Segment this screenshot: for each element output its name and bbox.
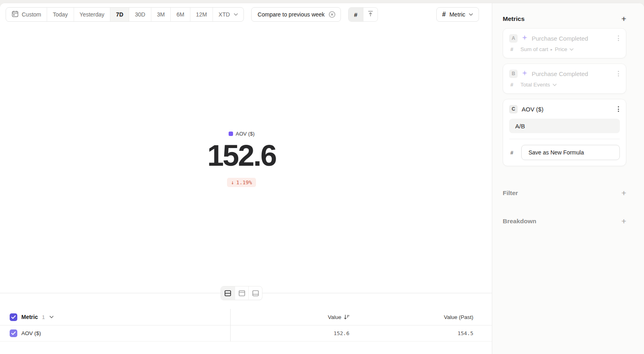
- range-12m[interactable]: 12M: [190, 8, 213, 21]
- change-percent: 1.19%: [236, 179, 252, 185]
- aggregation-selector[interactable]: Sum of cart ▸ Price: [520, 46, 574, 52]
- row-value: 152.6: [334, 330, 349, 336]
- range-6m[interactable]: 6M: [171, 8, 190, 21]
- breakdown-section-header: Breakdown +: [503, 217, 626, 225]
- hash-icon: #: [510, 82, 516, 88]
- compare-chip[interactable]: Compare to previous week: [251, 7, 341, 22]
- metric-letter-badge: A: [509, 34, 518, 43]
- formula-text: A/B: [515, 123, 525, 130]
- event-sparkle-icon: [522, 70, 528, 78]
- row-value-past: 154.5: [458, 330, 473, 336]
- hash-icon: #: [354, 11, 357, 18]
- big-number-value: 152.6: [0, 142, 483, 170]
- metrics-section-header: Metrics +: [503, 14, 626, 23]
- chart-legend: AOV ($): [229, 131, 255, 137]
- add-filter-button[interactable]: +: [621, 189, 626, 197]
- table-header-row: Metric 1 Value Value (Past): [0, 309, 492, 325]
- aggregation-selector[interactable]: Total Events: [520, 82, 557, 88]
- compare-chip-label: Compare to previous week: [258, 11, 325, 18]
- date-range-picker: Custom Today Yesterday 7D 30D 3M 6M 12M …: [6, 7, 244, 22]
- metric-card-title: Purchase Completed: [532, 70, 613, 77]
- value-past-column-header[interactable]: Value (Past): [444, 314, 473, 320]
- range-custom[interactable]: Custom: [6, 8, 47, 21]
- split-view-button[interactable]: [221, 286, 235, 300]
- calendar-icon: [12, 10, 19, 19]
- save-as-new-formula-button[interactable]: Save as New Formula: [521, 145, 620, 160]
- report-toolbar: Custom Today Yesterday 7D 30D 3M 6M 12M …: [6, 7, 479, 22]
- chevron-down-icon: [570, 48, 574, 51]
- metric-card-a[interactable]: A Purchase Completed # Sum of cart ▸ Pri…: [503, 28, 626, 58]
- remove-compare-icon[interactable]: [328, 11, 336, 18]
- app-window: Custom Today Yesterday 7D 30D 3M 6M 12M …: [0, 3, 644, 354]
- arrow-up-to-line-icon: [367, 10, 374, 19]
- row-metric-name: AOV ($): [21, 330, 41, 336]
- add-metric-button[interactable]: +: [621, 14, 626, 23]
- range-today[interactable]: Today: [47, 8, 74, 21]
- formula-card-title: AOV ($): [522, 106, 613, 113]
- metric-letter-badge: B: [509, 70, 518, 78]
- metric-card-title: Purchase Completed: [532, 35, 613, 42]
- table-column-divider: [230, 309, 231, 342]
- range-yesterday[interactable]: Yesterday: [74, 8, 111, 21]
- value-column-header[interactable]: Value: [328, 314, 341, 320]
- range-label: Custom: [22, 11, 41, 18]
- chevron-down-icon: [234, 13, 238, 16]
- formula-input[interactable]: A/B: [509, 119, 620, 133]
- breakdown-section-title: Breakdown: [503, 218, 537, 225]
- event-sparkle-icon: [522, 35, 528, 42]
- table-row[interactable]: AOV ($) 152.6 154.5: [0, 325, 492, 342]
- range-3m[interactable]: 3M: [151, 8, 171, 21]
- range-30d[interactable]: 30D: [129, 8, 151, 21]
- sort-descending-icon[interactable]: [344, 314, 349, 320]
- legend-swatch: [229, 132, 233, 136]
- metric-letter-badge: C: [509, 105, 518, 113]
- metric-dropdown-label: Metric: [450, 11, 465, 18]
- change-badge: ↓ 1.19%: [227, 178, 256, 187]
- card-menu-icon[interactable]: [617, 34, 620, 43]
- hash-icon: #: [442, 11, 446, 18]
- query-builder-sidebar: Metrics + A Purchase Completed # Sum of …: [492, 3, 644, 354]
- range-7d[interactable]: 7D: [110, 8, 129, 21]
- range-xtd[interactable]: XTD: [213, 8, 244, 21]
- select-all-checkbox[interactable]: [10, 313, 17, 321]
- card-menu-icon[interactable]: [617, 105, 620, 113]
- legend-label: AOV ($): [236, 131, 255, 137]
- metric-dropdown-button[interactable]: # Metric: [436, 7, 479, 22]
- triangle-separator-icon: ▸: [551, 47, 553, 51]
- layout-switcher: [221, 286, 262, 300]
- cumulative-toggle[interactable]: [363, 8, 378, 21]
- hash-icon: #: [510, 46, 516, 52]
- formula-card-c[interactable]: C AOV ($) A/B # Save as New Formula: [503, 99, 626, 166]
- value-format-toggle: #: [348, 7, 378, 22]
- filter-section-header: Filter +: [503, 189, 626, 197]
- big-number-chart: AOV ($) 152.6 ↓ 1.19%: [0, 130, 483, 187]
- chevron-down-icon: [553, 84, 557, 86]
- card-menu-icon[interactable]: [617, 69, 620, 78]
- add-breakdown-button[interactable]: +: [621, 217, 626, 225]
- chart-only-view-button[interactable]: [235, 286, 248, 300]
- metric-column-header: Metric: [21, 314, 38, 320]
- metrics-section-title: Metrics: [503, 15, 524, 23]
- table-only-view-button[interactable]: [248, 286, 262, 300]
- hash-icon: #: [510, 150, 516, 156]
- row-checkbox[interactable]: [10, 329, 17, 337]
- report-main-panel: Custom Today Yesterday 7D 30D 3M 6M 12M …: [0, 3, 492, 354]
- arrow-down-icon: ↓: [231, 179, 234, 185]
- chevron-down-icon: [469, 13, 473, 16]
- metric-count: 1: [42, 314, 45, 320]
- chevron-down-icon[interactable]: [50, 316, 54, 318]
- metric-card-b[interactable]: B Purchase Completed # Total Events: [503, 64, 626, 94]
- filter-section-title: Filter: [503, 189, 518, 197]
- card-divider: [509, 139, 620, 139]
- absolute-number-toggle[interactable]: #: [349, 8, 363, 21]
